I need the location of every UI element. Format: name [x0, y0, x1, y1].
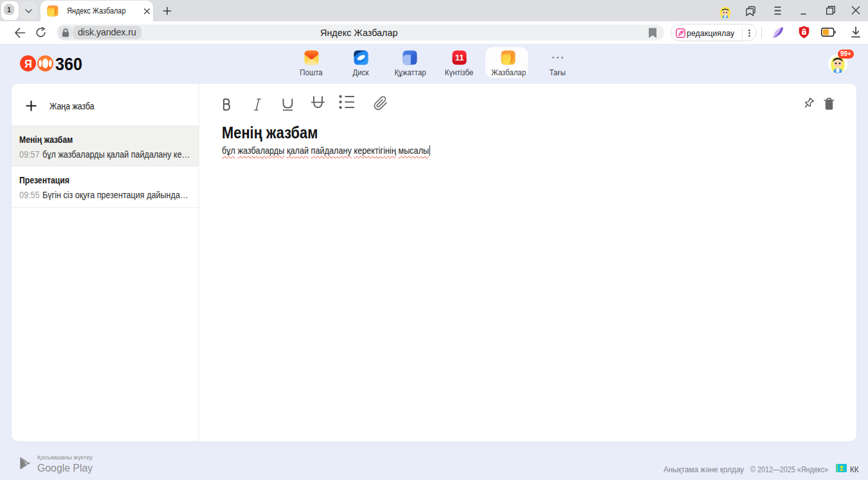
svg-text:11: 11 — [455, 53, 464, 62]
